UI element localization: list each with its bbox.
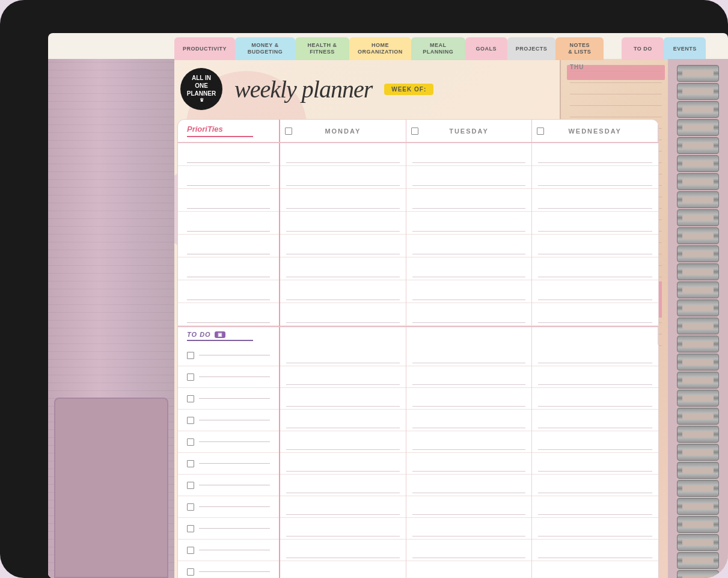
tuesday-todo-row[interactable] xyxy=(406,496,532,518)
wednesday-todo-row[interactable] xyxy=(532,431,658,453)
todo-checkbox[interactable] xyxy=(187,460,194,467)
wednesday-todo-row[interactable] xyxy=(532,453,658,475)
monday-todo-row[interactable] xyxy=(280,518,406,540)
monday-todo-row[interactable] xyxy=(280,475,406,496)
tuesday-priority-row[interactable] xyxy=(406,280,532,303)
tuesday-todo-row[interactable] xyxy=(406,366,532,388)
tuesday-todo-row[interactable] xyxy=(406,518,532,540)
monday-todo-row[interactable] xyxy=(280,366,406,388)
todo-checkbox[interactable] xyxy=(187,547,194,554)
todo-checkbox[interactable] xyxy=(187,568,194,576)
monday-todo-row[interactable] xyxy=(280,345,406,366)
wednesday-todo-row[interactable] xyxy=(532,410,658,431)
monday-priority-row[interactable] xyxy=(280,257,406,280)
monday-priority-row[interactable] xyxy=(280,303,406,326)
wednesday-todo-row[interactable] xyxy=(532,388,658,410)
wednesday-priority-row[interactable] xyxy=(532,280,658,303)
todo-checkbox[interactable] xyxy=(187,482,194,489)
monday-priority-row[interactable] xyxy=(280,189,406,212)
wednesday-todo-row[interactable] xyxy=(532,345,658,366)
tab-home[interactable]: HOMEORGANIZATION xyxy=(349,37,411,60)
tab-events[interactable]: EVENTS xyxy=(664,37,706,60)
tuesday-priority-row[interactable] xyxy=(406,166,532,189)
wednesday-priority-row[interactable] xyxy=(532,166,658,189)
monday-priority-row[interactable] xyxy=(280,212,406,235)
todo-item[interactable] xyxy=(178,540,279,561)
priorities-label: PrioriTies xyxy=(187,125,223,134)
todo-item[interactable] xyxy=(178,388,279,410)
todo-checkbox[interactable] xyxy=(187,395,194,402)
tab-productivity[interactable]: PRODUCTIVITY xyxy=(174,37,235,60)
wednesday-todo-row[interactable] xyxy=(532,540,658,561)
wednesday-todo-row[interactable] xyxy=(532,366,658,388)
todo-item[interactable] xyxy=(178,475,279,496)
tab-notes[interactable]: NOTES& LISTS xyxy=(555,37,604,60)
wednesday-todo-row[interactable] xyxy=(532,561,658,578)
priority-row[interactable] xyxy=(178,143,279,166)
wednesday-todo-row[interactable] xyxy=(532,475,658,496)
todo-row-line xyxy=(199,420,270,420)
tab-projects[interactable]: PROJECTS xyxy=(507,37,556,60)
tab-meal[interactable]: MEALPLANNING xyxy=(411,37,465,60)
tuesday-todo-row[interactable] xyxy=(406,431,532,453)
monday-todo-row[interactable] xyxy=(280,431,406,453)
todo-item[interactable] xyxy=(178,345,279,366)
todo-item[interactable] xyxy=(178,496,279,518)
tuesday-todo-row[interactable] xyxy=(406,453,532,475)
priority-row[interactable] xyxy=(178,212,279,235)
tuesday-priority-row[interactable] xyxy=(406,257,532,280)
tuesday-todo-row[interactable] xyxy=(406,388,532,410)
priority-row[interactable] xyxy=(178,189,279,212)
tuesday-priority-row[interactable] xyxy=(406,235,532,257)
tab-health[interactable]: HEALTH &FITNESS xyxy=(295,37,349,60)
monday-todo-row[interactable] xyxy=(280,496,406,518)
wednesday-priority-row[interactable] xyxy=(532,143,658,166)
monday-todo-row[interactable] xyxy=(280,410,406,431)
monday-priority-row[interactable] xyxy=(280,280,406,303)
todo-checkbox[interactable] xyxy=(187,525,194,532)
tuesday-todo-row[interactable] xyxy=(406,410,532,431)
todo-item[interactable] xyxy=(178,518,279,540)
todo-item[interactable] xyxy=(178,561,279,578)
todo-checkbox[interactable] xyxy=(187,352,194,359)
tuesday-priority-row[interactable] xyxy=(406,303,532,326)
tab-todo[interactable]: TO DO xyxy=(622,37,664,60)
priority-row[interactable] xyxy=(178,235,279,257)
priority-row[interactable] xyxy=(178,280,279,303)
todo-item[interactable] xyxy=(178,431,279,453)
tuesday-priority-row[interactable] xyxy=(406,143,532,166)
monday-priority-row[interactable] xyxy=(280,235,406,257)
monday-todo-row[interactable] xyxy=(280,540,406,561)
todo-item[interactable] xyxy=(178,453,279,475)
tuesday-todo-row[interactable] xyxy=(406,540,532,561)
todo-checkbox[interactable] xyxy=(187,417,194,424)
monday-todo-row[interactable] xyxy=(280,453,406,475)
monday-priority-row[interactable] xyxy=(280,143,406,166)
monday-todo-row[interactable] xyxy=(280,561,406,578)
wednesday-priority-row[interactable] xyxy=(532,235,658,257)
wednesday-priority-row[interactable] xyxy=(532,257,658,280)
wednesday-todo-row[interactable] xyxy=(532,496,658,518)
todo-item[interactable] xyxy=(178,366,279,388)
todo-item[interactable] xyxy=(178,410,279,431)
tuesday-todo-row[interactable] xyxy=(406,561,532,578)
monday-todo-row[interactable] xyxy=(280,388,406,410)
wednesday-priority-row[interactable] xyxy=(532,189,658,212)
priority-row[interactable] xyxy=(178,257,279,280)
wednesday-priority-row[interactable] xyxy=(532,212,658,235)
todo-checkbox[interactable] xyxy=(187,374,194,381)
todo-checkbox[interactable] xyxy=(187,503,194,511)
tuesday-todo-row[interactable] xyxy=(406,345,532,366)
priority-line xyxy=(187,208,270,209)
wednesday-priority-row[interactable] xyxy=(532,303,658,326)
tuesday-todo-row[interactable] xyxy=(406,475,532,496)
tuesday-priority-row[interactable] xyxy=(406,212,532,235)
todo-checkbox[interactable] xyxy=(187,438,194,446)
tuesday-priority-row[interactable] xyxy=(406,189,532,212)
tab-goals[interactable]: GOALS xyxy=(465,37,507,60)
wednesday-todo-row[interactable] xyxy=(532,518,658,540)
monday-priority-row[interactable] xyxy=(280,166,406,189)
priority-row[interactable] xyxy=(178,303,279,326)
priority-row[interactable] xyxy=(178,166,279,189)
tab-money[interactable]: MONEY &BUDGETING xyxy=(235,37,295,60)
